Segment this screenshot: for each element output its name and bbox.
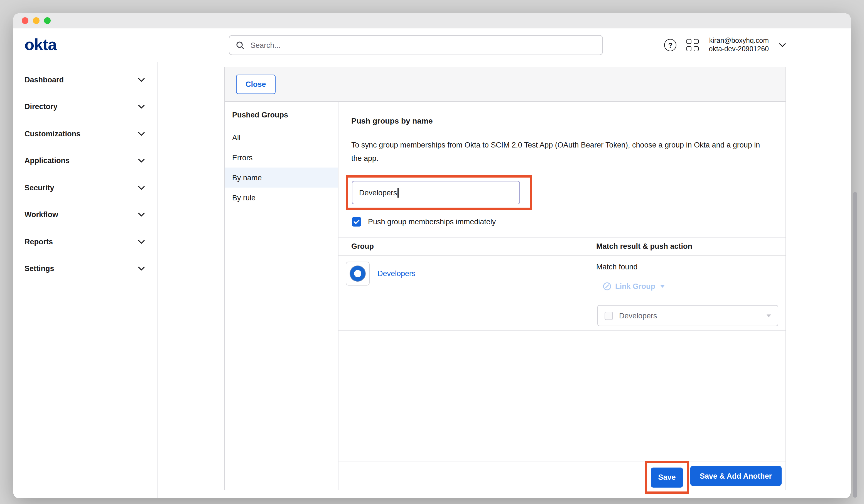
sidebar-item-label: Security [24, 184, 54, 192]
link-icon [603, 282, 611, 290]
annotation-highlight-input: Developers [346, 175, 532, 210]
link-group-label: Link Group [615, 282, 655, 290]
sidebar-item-label: Workflow [24, 211, 58, 219]
chevron-down-icon [138, 132, 145, 136]
sidebar-item-label: Reports [24, 238, 53, 246]
sidebar-item-label: Dashboard [24, 76, 64, 84]
column-header-match: Match result & push action [596, 242, 692, 251]
subnav-item-by-name[interactable]: By name [225, 168, 338, 188]
push-groups-panel: Close Pushed Groups All Errors By name B… [224, 67, 786, 490]
page-title: Push groups by name [351, 116, 433, 125]
grid-square [694, 46, 699, 51]
sidebar-item-applications[interactable]: Applications [13, 147, 157, 174]
chevron-down-icon [138, 186, 145, 190]
desktop-background: okta ? kiran@boxyhq.com okta-dev-2090126… [0, 0, 864, 504]
save-and-add-another-button[interactable]: Save & Add Another [690, 466, 781, 486]
group-cell: Developers [346, 262, 416, 286]
user-account-menu[interactable]: kiran@boxyhq.com okta-dev-20901260 [709, 36, 769, 54]
target-group-select[interactable]: Developers [597, 305, 778, 326]
footer-divider [338, 461, 785, 461]
top-header: okta ? kiran@boxyhq.com okta-dev-2090126… [13, 28, 851, 62]
user-email: kiran@boxyhq.com [709, 36, 769, 45]
chevron-down-icon [138, 105, 145, 109]
group-circle-icon [350, 266, 365, 281]
window-titlebar [13, 13, 851, 28]
close-button[interactable]: Close [236, 75, 276, 94]
grid-square [694, 39, 699, 44]
minimize-window-button[interactable] [33, 17, 39, 24]
help-icon[interactable]: ? [664, 39, 677, 51]
group-avatar [346, 262, 370, 286]
subnav-item-all[interactable]: All [225, 128, 338, 147]
sidebar-item-label: Applications [24, 157, 70, 165]
sidebar-item-directory[interactable]: Directory [13, 93, 157, 120]
sidebar-item-settings[interactable]: Settings [13, 255, 157, 282]
match-status-text: Match found [596, 263, 638, 271]
chevron-down-icon [138, 240, 145, 244]
sidebar-item-security[interactable]: Security [13, 174, 157, 201]
link-group-action[interactable]: Link Group [603, 282, 665, 290]
subnav-item-by-rule[interactable]: By rule [225, 188, 338, 208]
group-name-input[interactable]: Developers [352, 181, 520, 204]
subnav-item-errors[interactable]: Errors [225, 147, 338, 168]
sidebar-nav: Dashboard Directory Customizations Appli… [13, 62, 158, 498]
apps-grid-icon[interactable] [687, 39, 699, 51]
select-caret-down-icon [767, 314, 771, 317]
browser-window: okta ? kiran@boxyhq.com okta-dev-2090126… [13, 13, 851, 498]
annotation-highlight-save: Save [645, 461, 689, 494]
target-group-label: Developers [619, 311, 657, 320]
push-immediately-checkbox[interactable] [352, 217, 361, 227]
search-bar[interactable] [229, 35, 603, 55]
header-actions: ? kiran@boxyhq.com okta-dev-20901260 [664, 28, 786, 62]
text-cursor [398, 188, 399, 197]
target-group-checkbox[interactable] [604, 311, 613, 320]
description-text: To sync group memberships from Okta to S… [351, 139, 766, 165]
panel-toolbar: Close [225, 67, 785, 102]
chevron-down-icon [138, 213, 145, 217]
chevron-down-icon [138, 78, 145, 82]
close-window-button[interactable] [22, 17, 28, 24]
vertical-scrollbar[interactable] [853, 192, 857, 497]
chevron-down-icon [138, 159, 145, 163]
grid-square [687, 46, 692, 51]
search-input[interactable] [249, 40, 596, 50]
sidebar-item-dashboard[interactable]: Dashboard [13, 66, 157, 93]
push-immediately-row: Push group memberships immediately [352, 217, 496, 227]
sidebar-item-label: Customizations [24, 130, 81, 138]
checkmark-icon [353, 219, 360, 224]
caret-down-icon [660, 285, 665, 288]
column-header-group: Group [351, 242, 374, 251]
sidebar-item-workflow[interactable]: Workflow [13, 201, 157, 228]
group-name-link[interactable]: Developers [377, 269, 416, 278]
sidebar-item-reports[interactable]: Reports [13, 228, 157, 255]
table-row: Developers Match found Link Group Dev [338, 255, 785, 331]
table-header: Group Match result & push action [338, 237, 785, 255]
group-name-input-value: Developers [359, 189, 397, 197]
push-immediately-label: Push group memberships immediately [368, 218, 496, 226]
save-button[interactable]: Save [651, 467, 683, 487]
chevron-down-icon [138, 267, 145, 271]
sidebar-item-label: Settings [24, 265, 54, 273]
push-groups-content: Push groups by name To sync group member… [338, 102, 785, 490]
user-menu-chevron-down-icon[interactable] [779, 43, 786, 47]
sidebar-item-customizations[interactable]: Customizations [13, 120, 157, 147]
okta-logo: okta [24, 37, 57, 53]
grid-square [687, 39, 692, 44]
org-name: okta-dev-20901260 [709, 45, 769, 54]
subnav-title: Pushed Groups [225, 102, 338, 128]
zoom-window-button[interactable] [44, 17, 51, 24]
sidebar-item-label: Directory [24, 103, 58, 111]
pushed-groups-subnav: Pushed Groups All Errors By name By rule [225, 102, 338, 490]
search-icon [236, 41, 244, 49]
